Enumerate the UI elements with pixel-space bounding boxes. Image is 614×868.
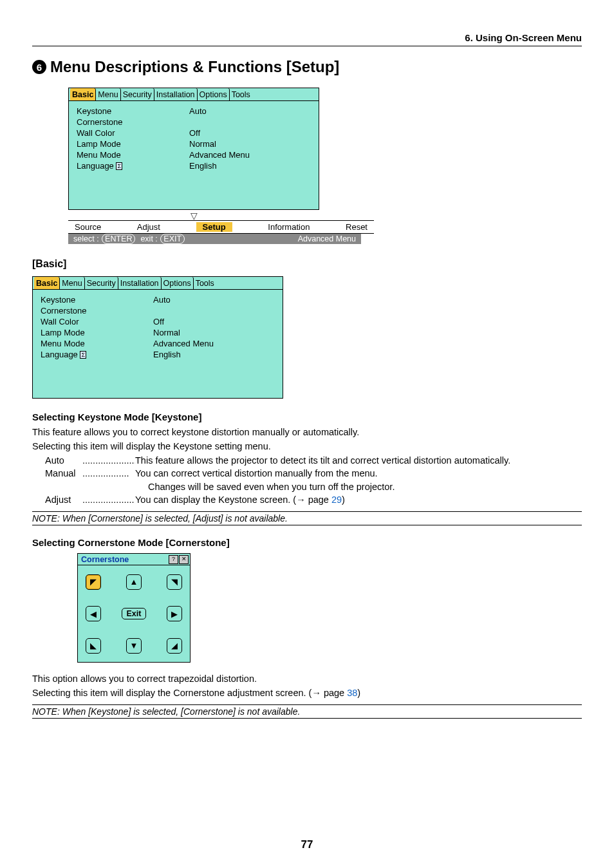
tab2-installation[interactable]: Installation bbox=[118, 277, 162, 289]
row-keystone-label[interactable]: Keystone bbox=[77, 106, 189, 116]
tab-tools[interactable]: Tools bbox=[230, 88, 252, 100]
nav-reset[interactable]: Reset bbox=[346, 222, 367, 232]
language-icon-2: Σ bbox=[80, 351, 86, 359]
page-number: 77 bbox=[0, 838, 614, 851]
corner-top-center-button[interactable]: ▲ bbox=[126, 574, 142, 590]
section-number-badge: 6 bbox=[32, 60, 46, 74]
corner-top-right-button[interactable]: ◥ bbox=[167, 574, 182, 590]
def-auto-desc: This feature allows the projector to det… bbox=[135, 454, 582, 467]
chapter-header: 6. Using On-Screen Menu bbox=[32, 32, 582, 46]
row-language-value: English bbox=[189, 161, 217, 171]
def-manual-desc2: Changes will be saved even when you turn… bbox=[148, 480, 582, 493]
osd-nav-bar: Source Adjust Setup Information Reset bbox=[68, 220, 374, 234]
row2-lampmode-label[interactable]: Lamp Mode bbox=[41, 328, 153, 337]
def-manual-desc: You can correct vertical distortion manu… bbox=[135, 467, 582, 480]
tab2-tools[interactable]: Tools bbox=[194, 277, 216, 289]
osd-footer: select : ENTER exit : EXIT Advanced Menu bbox=[68, 234, 361, 244]
keystone-p1: This feature allows you to correct keyst… bbox=[32, 426, 582, 439]
osd-basic-panel: Basic Menu Security Installation Options… bbox=[32, 276, 582, 399]
cornerstone-title-text: Cornerstone bbox=[79, 555, 129, 564]
cornerstone-exit-button[interactable]: Exit bbox=[122, 608, 147, 619]
cornerstone-p1: This option allows you to correct trapez… bbox=[32, 673, 582, 686]
tab-menu[interactable]: Menu bbox=[96, 88, 120, 100]
row2-menumode-value: Advanced Menu bbox=[153, 339, 214, 348]
row2-keystone-label[interactable]: Keystone bbox=[41, 295, 153, 305]
basic-heading: [Basic] bbox=[32, 258, 582, 270]
def-manual-term: Manual bbox=[45, 467, 82, 480]
cornerstone-heading: Selecting Cornerstone Mode [Cornerstone] bbox=[32, 537, 582, 548]
tab2-options[interactable]: Options bbox=[162, 277, 194, 289]
corner-mid-right-button[interactable]: ▶ bbox=[167, 606, 182, 621]
keystone-heading: Selecting Keystone Mode [Keystone] bbox=[32, 411, 582, 422]
section-title: 6 Menu Descriptions & Functions [Setup] bbox=[32, 58, 582, 76]
osd-setup-panel: Basic Menu Security Installation Options… bbox=[68, 88, 582, 244]
help-icon[interactable]: ? bbox=[169, 555, 178, 564]
def-adjust-desc: You can display the Keystone screen. (→ … bbox=[135, 493, 582, 506]
nav-information[interactable]: Information bbox=[268, 222, 310, 232]
cornerstone-body: This option allows you to correct trapez… bbox=[32, 673, 582, 699]
corner-top-left-button[interactable]: ◤ bbox=[86, 574, 101, 590]
row-language-label[interactable]: Language Σ bbox=[77, 161, 189, 171]
down-arrow-icon: ▽ bbox=[68, 210, 319, 220]
footer-right: Advanced Menu bbox=[298, 234, 356, 243]
tab2-security[interactable]: Security bbox=[85, 277, 118, 289]
osd-body: KeystoneAuto Cornerstone Wall ColorOff L… bbox=[68, 100, 319, 210]
row-wallcolor-label[interactable]: Wall Color bbox=[77, 128, 189, 138]
tab2-basic[interactable]: Basic bbox=[34, 277, 60, 289]
page-link-38[interactable]: 38 bbox=[347, 688, 357, 698]
keystone-p2: Selecting this item will display the Key… bbox=[32, 440, 582, 453]
tab-installation[interactable]: Installation bbox=[154, 88, 198, 100]
row-menumode-label[interactable]: Menu Mode bbox=[77, 150, 189, 160]
row-lampmode-label[interactable]: Lamp Mode bbox=[77, 139, 189, 149]
keystone-note: NOTE: When [Cornerstone] is selected, [A… bbox=[32, 511, 582, 525]
corner-bot-right-button[interactable]: ◢ bbox=[167, 638, 182, 654]
close-icon[interactable]: ✕ bbox=[179, 555, 189, 564]
row2-wallcolor-label[interactable]: Wall Color bbox=[41, 317, 153, 326]
row-lampmode-value: Normal bbox=[189, 139, 216, 149]
row2-wallcolor-value: Off bbox=[153, 317, 164, 326]
section-title-text: Menu Descriptions & Functions [Setup] bbox=[50, 58, 339, 76]
corner-mid-left-button[interactable]: ◀ bbox=[86, 606, 101, 621]
row2-cornerstone-label[interactable]: Cornerstone bbox=[41, 306, 153, 316]
def-auto-term: Auto bbox=[45, 454, 82, 467]
cornerstone-note: NOTE: When [Keystone] is selected, [Corn… bbox=[32, 704, 582, 719]
tab2-menu[interactable]: Menu bbox=[60, 277, 84, 289]
row-keystone-value: Auto bbox=[189, 106, 207, 116]
cornerstone-p2: Selecting this item will display the Cor… bbox=[32, 687, 582, 700]
footer-left: select : ENTER exit : EXIT bbox=[73, 234, 185, 243]
osd-tab-row: Basic Menu Security Installation Options… bbox=[68, 88, 319, 100]
nav-adjust[interactable]: Adjust bbox=[137, 222, 160, 232]
row-menumode-value: Advanced Menu bbox=[189, 150, 250, 160]
row-cornerstone-label[interactable]: Cornerstone bbox=[77, 117, 189, 127]
row2-menumode-label[interactable]: Menu Mode bbox=[41, 339, 153, 348]
osd2-tab-row: Basic Menu Security Installation Options… bbox=[32, 276, 283, 289]
row-wallcolor-value: Off bbox=[189, 128, 200, 138]
nav-setup[interactable]: Setup bbox=[196, 222, 232, 232]
cornerstone-panel: Cornerstone ? ✕ ◤ ▲ ◥ ◀ Exit ▶ ◣ ▼ ◢ bbox=[77, 553, 191, 663]
row2-language-value: English bbox=[153, 350, 181, 359]
def-adjust-term: Adjust bbox=[45, 493, 82, 506]
enter-button-hint: ENTER bbox=[102, 234, 135, 244]
row2-lampmode-value: Normal bbox=[153, 328, 180, 337]
tab-basic[interactable]: Basic bbox=[70, 88, 96, 100]
keystone-body: This feature allows you to correct keyst… bbox=[32, 426, 582, 506]
exit-button-hint: EXIT bbox=[160, 234, 185, 244]
cornerstone-titlebar: Cornerstone ? ✕ bbox=[77, 553, 191, 565]
row2-language-label[interactable]: Language Σ bbox=[41, 350, 153, 359]
corner-bot-center-button[interactable]: ▼ bbox=[126, 638, 142, 654]
tab-options[interactable]: Options bbox=[198, 88, 230, 100]
row2-keystone-value: Auto bbox=[153, 295, 171, 305]
nav-source[interactable]: Source bbox=[75, 222, 101, 232]
language-icon: Σ bbox=[116, 162, 122, 170]
page-link-29[interactable]: 29 bbox=[331, 495, 342, 505]
corner-bot-left-button[interactable]: ◣ bbox=[86, 638, 101, 654]
osd2-body: KeystoneAuto Cornerstone Wall ColorOff L… bbox=[32, 289, 283, 399]
tab-security[interactable]: Security bbox=[121, 88, 154, 100]
